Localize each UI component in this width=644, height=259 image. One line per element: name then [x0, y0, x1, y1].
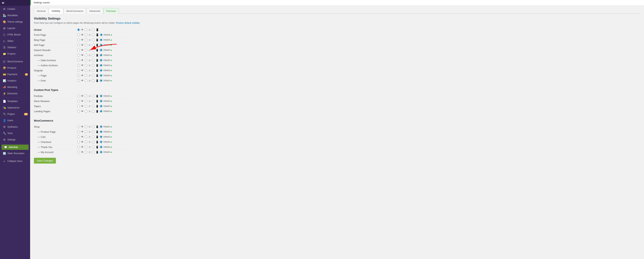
- my-account-radio-inherit[interactable]: [100, 151, 102, 154]
- topics-radio-on[interactable]: [77, 105, 80, 108]
- store-reviews-radio-inherit[interactable]: [100, 100, 102, 102]
- singular-radio-on[interactable]: [77, 69, 80, 72]
- 404-page-radio-on[interactable]: [77, 44, 80, 46]
- cart-radio-inherit[interactable]: [100, 136, 102, 138]
- search-results-radio-on[interactable]: [77, 49, 80, 52]
- author-archives-radio-off[interactable]: [85, 64, 87, 67]
- author-archives-radio-on[interactable]: [77, 64, 80, 67]
- shop-radio-off[interactable]: [85, 125, 87, 128]
- tab-advanced[interactable]: Advanced: [86, 8, 103, 14]
- landing-pages-radio-inherit[interactable]: [100, 110, 102, 112]
- global-radio-on[interactable]: [77, 28, 80, 31]
- tab-woocommerce[interactable]: WooCommerce: [64, 8, 86, 14]
- sidebar-item-slider-revolution[interactable]: 🔄 Slider Revolution: [0, 150, 30, 156]
- front-page-radio-inherit[interactable]: [100, 34, 103, 36]
- sidebar-item-plugins[interactable]: 🔌 Plugins 14: [0, 111, 30, 117]
- sidebar-item-elementor[interactable]: ⚡ Elementor: [0, 90, 30, 97]
- 404-page-radio-inherit[interactable]: [100, 44, 102, 46]
- my-account-radio-off[interactable]: [85, 151, 87, 154]
- page-radio-mobile[interactable]: [92, 74, 94, 77]
- checkout-radio-off[interactable]: [85, 140, 87, 143]
- sidebar-item-woocommerce[interactable]: 🛒 WooCommerce: [0, 58, 30, 65]
- sidebar-item-layouts[interactable]: ⊞ Layouts: [0, 25, 30, 32]
- singular-radio-inherit[interactable]: [100, 69, 102, 72]
- thank-you-radio-inherit[interactable]: [100, 146, 102, 148]
- landing-pages-radio-off[interactable]: [85, 110, 87, 112]
- global-radio-mobile[interactable]: [92, 28, 94, 31]
- thank-you-radio-mobile[interactable]: [92, 146, 94, 148]
- tab-premium[interactable]: Premium: [104, 8, 119, 14]
- landing-pages-radio-on[interactable]: [77, 110, 80, 112]
- shop-radio-mobile[interactable]: [92, 125, 94, 128]
- sidebar-item-templates[interactable]: 📄 Templates: [0, 98, 30, 104]
- cart-radio-on[interactable]: [77, 136, 80, 138]
- tab-visibility[interactable]: Visibility: [48, 8, 63, 14]
- archives-radio-on[interactable]: [77, 54, 80, 56]
- topics-radio-off[interactable]: [85, 105, 87, 108]
- my-account-radio-on[interactable]: [77, 151, 80, 154]
- portfolio-radio-off[interactable]: [85, 95, 87, 97]
- archives-radio-inherit[interactable]: [100, 54, 102, 56]
- sidebar-item-settings[interactable]: ⚙ Settings: [0, 136, 30, 143]
- author-archives-radio-inherit[interactable]: [100, 64, 102, 67]
- date-archives-radio-mobile[interactable]: [92, 59, 94, 62]
- date-archives-radio-off[interactable]: [85, 59, 87, 62]
- page-radio-on[interactable]: [77, 74, 80, 77]
- cart-radio-mobile[interactable]: [92, 136, 94, 138]
- store-reviews-radio-on[interactable]: [77, 100, 80, 102]
- portfolio-radio-inherit[interactable]: [100, 95, 102, 97]
- restore-default-link[interactable]: Restore default visibility: [116, 22, 140, 24]
- cart-radio-off[interactable]: [85, 136, 87, 138]
- singular-radio-off[interactable]: [85, 69, 87, 72]
- thank-you-radio-on[interactable]: [77, 146, 80, 148]
- sidebar-item-contact[interactable]: ✉ Contact: [0, 6, 30, 12]
- product-page-radio-off[interactable]: [85, 130, 87, 133]
- sidebar-item-theme-settings[interactable]: 🎨 Theme settings: [0, 19, 30, 25]
- 404-page-radio-mobile[interactable]: [92, 44, 94, 46]
- search-results-radio-inherit[interactable]: [100, 49, 102, 52]
- front-page-radio-on[interactable]: [77, 34, 80, 36]
- sidebar-item-analytics[interactable]: 📊 Analytics: [0, 78, 30, 84]
- checkout-radio-inherit[interactable]: [100, 140, 102, 143]
- thank-you-radio-off[interactable]: [85, 146, 87, 148]
- sidebar-item-products[interactable]: 📦 Products: [0, 65, 30, 71]
- store-reviews-radio-off[interactable]: [85, 100, 87, 102]
- landing-pages-radio-mobile[interactable]: [92, 110, 94, 112]
- product-page-radio-mobile[interactable]: [92, 130, 94, 133]
- checkout-radio-on[interactable]: [77, 140, 80, 143]
- sidebar-item-html-blocks[interactable]: ◻ HTML Blocks: [0, 32, 30, 38]
- sidebar-item-sidebars[interactable]: ☰ Sidebars: [0, 44, 30, 51]
- date-archives-radio-on[interactable]: [77, 59, 80, 62]
- global-radio-off[interactable]: [85, 28, 87, 31]
- blog-page-radio-off[interactable]: [85, 38, 87, 41]
- shop-radio-inherit[interactable]: [100, 125, 102, 128]
- save-changes-button[interactable]: Save Changes: [34, 158, 56, 164]
- author-archives-radio-mobile[interactable]: [92, 64, 94, 67]
- sidebar-item-slides[interactable]: ▷ Slides: [0, 38, 30, 44]
- store-reviews-radio-mobile[interactable]: [92, 100, 94, 102]
- portfolio-radio-on[interactable]: [77, 95, 80, 97]
- sidebar-item-projects[interactable]: 📁 Projects: [0, 51, 30, 57]
- page-radio-inherit[interactable]: [100, 74, 102, 77]
- date-archives-radio-inherit[interactable]: [100, 59, 102, 62]
- sidebar-item-users[interactable]: 👤 Users: [0, 117, 30, 124]
- blog-page-radio-inherit[interactable]: [100, 38, 102, 41]
- portfolio-radio-mobile[interactable]: [92, 95, 94, 97]
- topics-radio-mobile[interactable]: [92, 105, 94, 108]
- blog-page-radio-mobile[interactable]: [92, 38, 94, 41]
- topics-radio-inherit[interactable]: [100, 105, 102, 108]
- shop-radio-on[interactable]: [77, 125, 80, 128]
- post-radio-inherit[interactable]: [100, 79, 102, 82]
- tab-general[interactable]: General: [34, 8, 48, 14]
- front-page-radio-mobile[interactable]: [92, 34, 94, 36]
- sidebar-item-joinchat[interactable]: 💬 Joinchat: [2, 144, 28, 150]
- singular-radio-mobile[interactable]: [92, 69, 94, 72]
- checkout-radio-mobile[interactable]: [92, 140, 94, 143]
- post-radio-off[interactable]: [85, 79, 87, 82]
- search-results-radio-mobile[interactable]: [92, 49, 94, 52]
- archives-radio-off[interactable]: [85, 54, 87, 56]
- 404-page-radio-off[interactable]: [85, 44, 87, 46]
- sidebar-item-woodmart[interactable]: 🏪 WoodMart: [0, 12, 30, 19]
- sidebar-item-tools[interactable]: 🔧 Tools: [0, 130, 30, 136]
- sidebar-item-marketing[interactable]: 📣 Marketing: [0, 84, 30, 90]
